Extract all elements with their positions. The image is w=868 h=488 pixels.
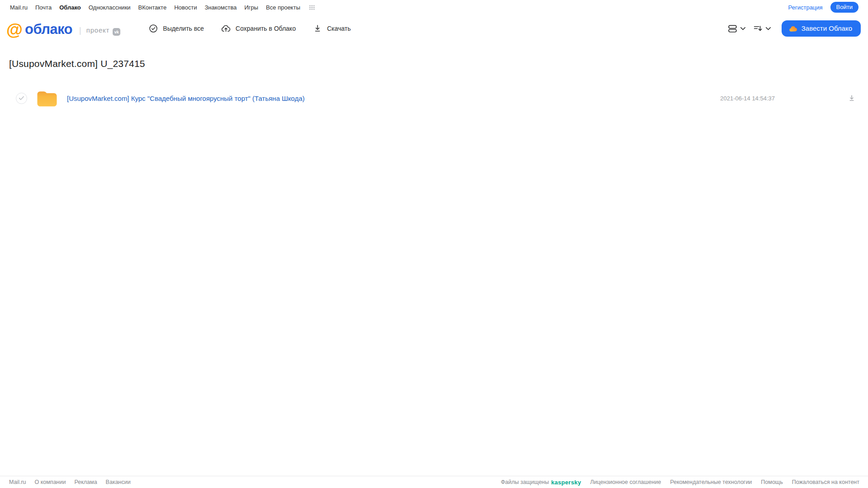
cloud-icon	[788, 25, 797, 32]
nav-dating[interactable]: Знакомства	[204, 4, 237, 11]
footer-right-links: Файлы защищены kaspersky Лицензионное со…	[501, 479, 859, 486]
view-mode-control[interactable]	[727, 24, 746, 34]
checkmark-icon	[19, 96, 24, 100]
apps-grid-icon[interactable]	[309, 5, 315, 10]
download-icon	[313, 24, 323, 33]
nav-vkontakte[interactable]: ВКонтакте	[138, 4, 167, 11]
cloud-logo[interactable]: @ облако | проект vk	[6, 20, 120, 38]
get-cloud-label: Завести Облако	[802, 24, 852, 32]
save-to-cloud-label: Сохранить в Облако	[236, 25, 296, 32]
footer-link-help[interactable]: Помощь	[761, 479, 783, 485]
footer-link-mailru[interactable]: Mail.ru	[9, 479, 26, 485]
sort-icon	[753, 24, 763, 34]
download-icon	[847, 94, 856, 103]
nav-all-projects[interactable]: Все проекты	[266, 4, 300, 11]
portal-auth: Регистрация Войти	[788, 2, 859, 13]
nav-odnoklassniki[interactable]: Одноклассники	[89, 4, 131, 11]
chevron-down-icon	[765, 27, 771, 31]
file-row: [UsupovMarket.com] Курс "Свадебный много…	[0, 87, 868, 109]
register-link[interactable]: Регистрация	[788, 4, 823, 11]
footer-link-about[interactable]: О компании	[35, 479, 66, 485]
chevron-down-icon	[740, 27, 746, 31]
portal-topbar: Mail.ru Почта Облако Одноклассники ВКонт…	[0, 0, 868, 13]
nav-news[interactable]: Новости	[174, 4, 197, 11]
kaspersky-logo: kaspersky	[551, 479, 581, 486]
project-label: проект	[86, 26, 110, 34]
folder-icon[interactable]	[37, 90, 57, 107]
main-content: [UsupovMarket.com] U_237415	[0, 58, 868, 109]
file-list: [UsupovMarket.com] Курс "Свадебный много…	[0, 87, 868, 109]
file-modified-date: 2021-06-14 14:54:37	[720, 95, 775, 102]
nav-cloud[interactable]: Облако	[59, 4, 81, 11]
portal-links: Mail.ru Почта Облако Одноклассники ВКонт…	[10, 4, 315, 11]
download-label: Скачать	[327, 25, 351, 32]
save-to-cloud-button[interactable]: Сохранить в Облако	[221, 24, 296, 34]
vk-badge-icon: vk	[113, 28, 120, 36]
footer-left-links: Mail.ru О компании Реклама Вакансии	[9, 479, 131, 485]
select-all-label: Выделить все	[163, 25, 204, 32]
mailru-at-icon: @	[6, 21, 23, 38]
sort-control[interactable]	[753, 24, 771, 34]
kaspersky-protected: Файлы защищены kaspersky	[501, 479, 581, 486]
nav-mail[interactable]: Почта	[35, 4, 52, 11]
protected-label: Файлы защищены	[501, 479, 549, 485]
actions-toolbar: Выделить все Сохранить в Облако Скачат	[148, 24, 351, 34]
get-cloud-button[interactable]: Завести Облако	[782, 20, 861, 37]
check-circle-icon	[148, 24, 158, 33]
login-button[interactable]: Войти	[830, 2, 859, 13]
nav-games[interactable]: Игры	[244, 4, 258, 11]
footer: Mail.ru О компании Реклама Вакансии Файл…	[0, 476, 868, 488]
footer-link-ads[interactable]: Реклама	[74, 479, 97, 485]
download-button[interactable]: Скачать	[313, 24, 351, 33]
footer-link-jobs[interactable]: Вакансии	[106, 479, 131, 485]
cloud-logo-text: облако	[25, 21, 72, 38]
select-all-button[interactable]: Выделить все	[148, 24, 204, 33]
cloud-upload-icon	[221, 24, 231, 34]
cloud-header: @ облако | проект vk Выделить все	[0, 13, 868, 44]
page-title: [UsupovMarket.com] U_237415	[9, 58, 868, 69]
nav-mailru[interactable]: Mail.ru	[10, 4, 28, 11]
row-checkbox[interactable]	[16, 93, 27, 104]
logo-divider: |	[79, 25, 81, 35]
list-view-icon	[727, 24, 738, 34]
header-right-controls: Завести Облако	[727, 20, 861, 37]
row-download-button[interactable]	[847, 94, 856, 103]
footer-link-recommendations[interactable]: Рекомендательные технологии	[670, 479, 752, 485]
footer-link-report[interactable]: Пожаловаться на контент	[792, 479, 859, 485]
file-name-link[interactable]: [UsupovMarket.com] Курс "Свадебный много…	[67, 95, 304, 102]
footer-link-license[interactable]: Лицензионное соглашение	[590, 479, 661, 485]
